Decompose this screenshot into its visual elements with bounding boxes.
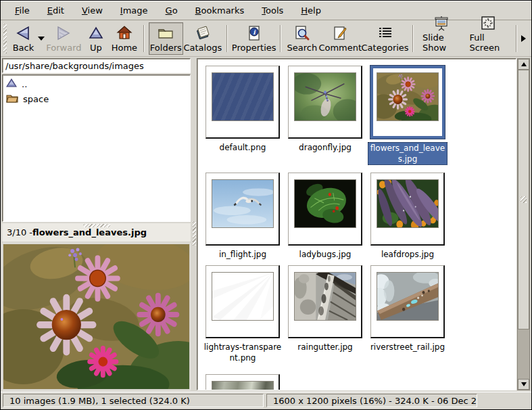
image-preview <box>2 243 191 390</box>
menu-edit[interactable]: Edit <box>39 1 73 20</box>
up-button[interactable]: Up <box>82 22 110 55</box>
chevron-right-icon <box>521 35 526 42</box>
folders-button[interactable]: Folders <box>149 22 183 55</box>
riverstreet-rail-art <box>377 273 438 320</box>
thumbnail-label-selected: flowers_and_leaves.jpg <box>368 142 448 165</box>
thumbnail-frame <box>288 265 362 338</box>
slideshow-icon <box>433 15 450 31</box>
status-bar: 10 images (1.9 MB), 1 selected (324.0 K)… <box>1 392 531 409</box>
thumbnail-frame <box>288 66 362 139</box>
catalogs-button[interactable]: Catalogs <box>183 22 222 55</box>
toolbar-drag-handle[interactable] <box>3 24 7 53</box>
in-flight-art <box>212 180 273 227</box>
image-info-bar: 3/10 - flowers_and_leaves.jpg <box>2 223 191 242</box>
thumbnail-item[interactable]: default.png <box>201 66 284 173</box>
fullscreen-icon <box>480 15 496 31</box>
status-image-details: 1600 x 1200 pixels (16%) - 324.0 K - 06 … <box>266 394 477 407</box>
search-icon <box>293 25 311 41</box>
back-history-dropdown[interactable] <box>37 22 45 55</box>
search-button[interactable]: Search <box>285 22 318 55</box>
scroll-down-button[interactable] <box>518 379 529 390</box>
menu-image[interactable]: Image <box>112 1 157 20</box>
thumbnail-item[interactable]: riverstreet_rail.jpg <box>366 265 449 374</box>
app-window: File Edit View Image Go Bookmarks Tools … <box>0 0 532 410</box>
menu-tools[interactable]: Tools <box>253 1 292 20</box>
folders-icon <box>157 25 174 41</box>
status-images-summary: 10 images (1.9 MB), 1 selected (324.0 K) <box>3 394 264 407</box>
thumbnail-label: lightrays-transparent.png <box>203 342 283 363</box>
raingutter-art <box>295 273 356 320</box>
pane-splitter[interactable] <box>192 57 197 392</box>
scrollbar-thumb[interactable] <box>518 70 529 329</box>
menu-bar: File Edit View Image Go Bookmarks Tools … <box>1 1 531 20</box>
dragonfly-art <box>295 73 356 120</box>
thumbnail-frame-selected <box>370 66 445 139</box>
vertical-scrollbar[interactable] <box>517 58 530 390</box>
toolbar-separator <box>412 25 414 52</box>
thumbnail-label: raingutter.jpg <box>297 342 352 352</box>
menu-file[interactable]: File <box>6 1 39 20</box>
toolbar-separator <box>280 25 281 52</box>
thumbnail-frame <box>370 173 445 246</box>
location-path-input[interactable] <box>2 58 191 73</box>
thumbnail-item[interactable] <box>201 374 284 390</box>
thumbnail-frame <box>370 265 445 338</box>
comment-icon <box>332 25 348 41</box>
back-icon <box>14 25 32 41</box>
thumbnail-item[interactable]: lightrays-transparent.png <box>201 265 284 374</box>
thumbnail-label: default.png <box>220 142 266 153</box>
menu-view[interactable]: View <box>73 1 112 20</box>
thumbnail-item-selected[interactable]: flowers_and_leaves.jpg <box>366 66 449 173</box>
thumbnail-label: in_flight.jpg <box>219 249 266 260</box>
thumbnail-item[interactable]: ladybugs.jpg <box>284 173 366 265</box>
sidebar: .. space 3/10 - flowers_and_leaves.jpg <box>1 57 192 392</box>
thumbnail-frame <box>205 265 280 338</box>
categories-button[interactable]: Categories <box>362 22 408 55</box>
chevron-down-icon <box>38 37 45 41</box>
categories-icon <box>377 25 393 41</box>
leafdrops-art <box>377 180 438 227</box>
flowers-thumb-art <box>377 73 438 120</box>
image-filename-text: flowers_and_leaves.jpg <box>32 227 147 237</box>
back-button[interactable]: Back <box>9 22 37 55</box>
folder-item-space[interactable]: space <box>3 91 190 106</box>
thumbnail-item[interactable]: leafdrops.jpg <box>366 173 449 265</box>
comment-button[interactable]: Comment <box>318 22 362 55</box>
properties-button[interactable]: i Properties <box>232 22 276 55</box>
scrollbar-trough[interactable] <box>518 329 529 379</box>
ladybugs-art <box>295 180 356 227</box>
catalogs-icon <box>194 25 212 41</box>
thumbnail-frame <box>205 173 280 246</box>
pane-grip[interactable] <box>83 224 110 227</box>
folder-icon <box>6 93 18 105</box>
menu-bookmarks[interactable]: Bookmarks <box>187 1 253 20</box>
content-area: default.png <box>197 57 531 392</box>
menu-help[interactable]: Help <box>292 1 330 20</box>
thumbnail-grid: default.png <box>197 58 516 390</box>
thumbnail-item[interactable]: dragonfly.jpg <box>284 66 366 173</box>
up-dir-icon <box>6 78 17 90</box>
folder-item-parent[interactable]: .. <box>3 76 190 91</box>
thumbnail-label: leafdrops.jpg <box>381 249 434 260</box>
thumbnail-frame <box>205 374 280 390</box>
thumbnail-frame <box>288 173 362 246</box>
thumbnail-label: ladybugs.jpg <box>299 249 352 260</box>
toolbar-overflow-button[interactable] <box>521 25 529 52</box>
toolbar: Back Forward Up Home Folders <box>1 20 531 57</box>
home-icon <box>116 25 132 41</box>
scroll-up-button[interactable] <box>518 59 529 70</box>
toolbar-separator <box>226 25 228 52</box>
forward-icon <box>55 25 72 41</box>
main-area: .. space 3/10 - flowers_and_leaves.jpg <box>1 57 531 392</box>
fullscreen-button[interactable]: Full Screen <box>464 22 512 55</box>
folder-list: .. space <box>2 74 191 222</box>
slideshow-button[interactable]: Slide Show <box>418 22 464 55</box>
partial-thumb-art <box>212 382 273 390</box>
home-button[interactable]: Home <box>110 22 139 55</box>
thumbnail-item[interactable]: raingutter.jpg <box>284 265 366 374</box>
forward-button[interactable]: Forward <box>45 22 82 55</box>
toolbar-separator <box>143 25 145 52</box>
thumbnail-item[interactable]: in_flight.jpg <box>201 173 284 265</box>
splitter-grip <box>193 221 196 246</box>
menu-go[interactable]: Go <box>157 1 187 20</box>
